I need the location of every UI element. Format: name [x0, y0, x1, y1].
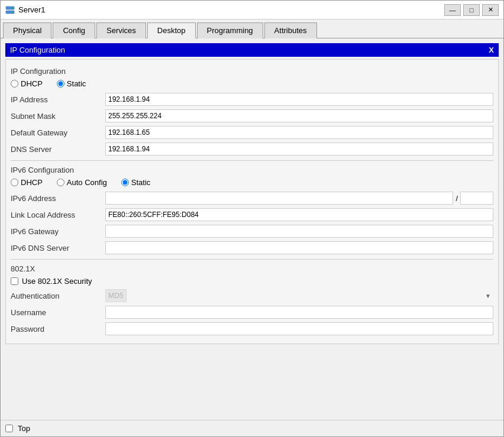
ip-address-label: IP Address [11, 95, 105, 104]
tab-bar: Physical Config Services Desktop Program… [1, 20, 503, 38]
section-divider-2 [11, 259, 493, 260]
title-bar-left: Server1 [5, 5, 46, 15]
dot1x-checkbox-row[interactable]: Use 802.1X Security [11, 277, 493, 286]
dot1x-checkbox[interactable] [11, 277, 18, 285]
ipv6-slash: / [455, 194, 458, 203]
tab-physical[interactable]: Physical [3, 22, 51, 38]
auth-label: Authentication [11, 292, 105, 300]
panel-body: IP Configuration DHCP Static IP Address … [5, 59, 499, 344]
ipv6-static-label: Static [131, 178, 151, 187]
auth-select-wrapper: MD5 ▼ [105, 289, 493, 302]
window-title: Server1 [18, 5, 46, 14]
ipv6-static-option[interactable]: Static [121, 178, 151, 187]
ipv6-autoconfig-label: Auto Config [67, 178, 107, 187]
ipv6-address-row: IPv6 Address / [11, 192, 493, 205]
ip-static-label: Static [67, 79, 86, 88]
username-row: Username [11, 306, 493, 319]
ipv6-dns-label: IPv6 DNS Server [11, 244, 105, 253]
ip-dhcp-radio[interactable] [11, 80, 18, 88]
ip-address-row: IP Address [11, 93, 493, 106]
ipv6-autoconfig-option[interactable]: Auto Config [57, 178, 107, 187]
ipv6-dns-row: IPv6 DNS Server [11, 241, 493, 254]
dot1x-checkbox-label: Use 802.1X Security [22, 277, 92, 286]
default-gateway-input[interactable] [105, 126, 493, 139]
dns-server-input[interactable] [105, 143, 493, 156]
svg-point-2 [12, 7, 13, 8]
dot1x-section-label: 802.1X [11, 264, 493, 273]
ipv6-autoconfig-radio[interactable] [57, 179, 64, 186]
ipv6-gateway-input[interactable] [105, 225, 493, 238]
ip-mode-row: DHCP Static [11, 79, 493, 88]
minimize-button[interactable]: — [444, 4, 461, 16]
username-input[interactable] [105, 306, 493, 319]
title-bar: Server1 — □ ✕ [1, 1, 503, 20]
top-checkbox-label: Top [18, 424, 30, 433]
password-row: Password [11, 322, 493, 335]
password-input[interactable] [105, 322, 493, 335]
title-bar-controls: — □ ✕ [444, 4, 499, 16]
tab-desktop[interactable]: Desktop [147, 22, 196, 38]
subnet-mask-row: Subnet Mask [11, 109, 493, 122]
section-divider-1 [11, 160, 493, 161]
tab-services[interactable]: Services [96, 22, 146, 38]
ipv6-address-label: IPv6 Address [11, 194, 105, 203]
top-checkbox[interactable] [5, 425, 13, 432]
link-local-input[interactable] [105, 208, 493, 221]
panel-title: IP Configuration [10, 46, 65, 54]
main-window: Server1 — □ ✕ Physical Config Services D… [0, 0, 504, 437]
ipv6-static-radio[interactable] [121, 179, 129, 186]
auth-row: Authentication MD5 ▼ [11, 289, 493, 302]
ipv6-dhcp-option[interactable]: DHCP [11, 178, 43, 187]
dns-server-label: DNS Server [11, 145, 105, 154]
maximize-button[interactable]: □ [463, 4, 480, 16]
ip-static-radio[interactable] [57, 80, 64, 88]
link-local-row: Link Local Address [11, 208, 493, 221]
ip-section-label: IP Configuration [11, 67, 493, 76]
content-area: IP Configuration X IP Configuration DHCP… [1, 38, 503, 420]
bottom-bar: Top [1, 420, 503, 436]
ipv6-section-label: IPv6 Configuration [11, 166, 493, 174]
subnet-mask-label: Subnet Mask [11, 112, 105, 121]
ip-address-input[interactable] [105, 93, 493, 106]
dns-server-row: DNS Server [11, 143, 493, 156]
panel-header: IP Configuration X [5, 43, 499, 57]
default-gateway-row: Default Gateway [11, 126, 493, 139]
ip-static-option[interactable]: Static [57, 79, 86, 88]
link-local-label: Link Local Address [11, 211, 105, 219]
ipv6-dns-input[interactable] [105, 241, 493, 254]
close-button[interactable]: ✕ [482, 4, 499, 16]
ip-dhcp-label: DHCP [21, 79, 43, 88]
chevron-down-icon: ▼ [485, 293, 491, 299]
ipv6-mode-row: DHCP Auto Config Static [11, 178, 493, 187]
ipv6-dhcp-radio[interactable] [11, 179, 18, 186]
username-label: Username [11, 308, 105, 317]
default-gateway-label: Default Gateway [11, 128, 105, 137]
panel-close-button[interactable]: X [489, 46, 494, 54]
subnet-mask-input[interactable] [105, 109, 493, 122]
ipv6-address-input[interactable] [105, 192, 453, 205]
tab-attributes[interactable]: Attributes [264, 22, 317, 38]
ipv6-dhcp-label: DHCP [21, 178, 43, 187]
svg-point-3 [12, 11, 13, 12]
auth-select[interactable]: MD5 [105, 289, 127, 302]
ipv6-prefix-input[interactable] [460, 192, 493, 205]
ipv6-gateway-row: IPv6 Gateway [11, 225, 493, 238]
tab-config[interactable]: Config [53, 22, 95, 38]
server-icon [5, 5, 15, 15]
tab-programming[interactable]: Programming [197, 22, 263, 38]
ipv6-gateway-label: IPv6 Gateway [11, 227, 105, 236]
ip-dhcp-option[interactable]: DHCP [11, 79, 43, 88]
password-label: Password [11, 325, 105, 334]
